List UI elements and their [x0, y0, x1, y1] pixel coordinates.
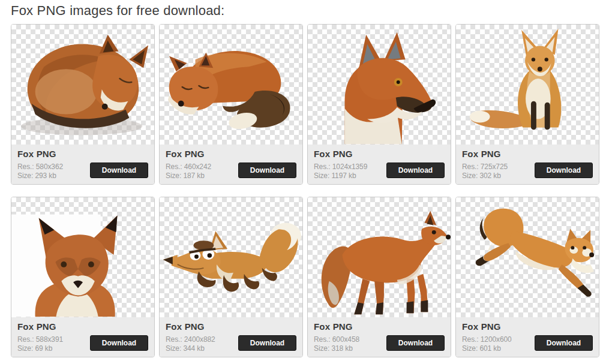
card-title: Fox PNG — [17, 149, 148, 159]
image-card: Fox PNG Res.: 725x725 Size: 302 kb Downl… — [455, 24, 599, 185]
card-title: Fox PNG — [166, 149, 296, 159]
image-card: Fox PNG Res.: 580x362 Size: 293 kb Downl… — [11, 24, 155, 185]
image-card: Fox PNG Res.: 460x242 Size: 187 kb Downl… — [159, 24, 303, 185]
card-footer: Fox PNG Res.: 2400x882 Size: 344 kb Down… — [160, 317, 302, 357]
download-button[interactable]: Download — [238, 163, 296, 178]
fox-image[interactable] — [160, 25, 302, 145]
download-button[interactable]: Download — [386, 335, 445, 351]
fox-image[interactable] — [456, 25, 599, 145]
download-button[interactable]: Download — [238, 335, 296, 351]
card-title: Fox PNG — [314, 321, 445, 332]
image-card: Fox PNG Res.: 600x458 Size: 318 kb Downl… — [307, 197, 451, 357]
fox-image[interactable] — [160, 197, 302, 317]
fox-image[interactable] — [308, 197, 451, 317]
image-card: Fox PNG Res.: 1024x1359 Size: 1197 kb Do… — [307, 24, 451, 185]
card-footer: Fox PNG Res.: 600x458 Size: 318 kb Downl… — [308, 317, 451, 357]
fox-image[interactable] — [11, 197, 154, 317]
card-footer: Fox PNG Res.: 1200x600 Size: 601 kb Down… — [456, 317, 599, 357]
image-card: Fox PNG Res.: 588x391 Size: 69 kb Downlo… — [11, 197, 155, 357]
card-title: Fox PNG — [17, 321, 148, 332]
download-button[interactable]: Download — [90, 163, 148, 178]
image-card: Fox PNG Res.: 2400x882 Size: 344 kb Down… — [159, 197, 303, 357]
download-button[interactable]: Download — [535, 335, 593, 351]
fox-image[interactable] — [11, 25, 154, 145]
card-title: Fox PNG — [314, 149, 445, 159]
card-footer: Fox PNG Res.: 725x725 Size: 302 kb Downl… — [456, 145, 599, 185]
card-footer: Fox PNG Res.: 580x362 Size: 293 kb Downl… — [11, 145, 154, 185]
card-title: Fox PNG — [462, 321, 593, 332]
image-grid: Fox PNG Res.: 580x362 Size: 293 kb Downl… — [11, 24, 612, 357]
card-title: Fox PNG — [166, 321, 296, 332]
page-title: Fox PNG images for free download: — [11, 3, 612, 19]
download-button[interactable]: Download — [535, 163, 593, 178]
image-card: Fox PNG Res.: 1200x600 Size: 601 kb Down… — [455, 197, 599, 357]
card-title: Fox PNG — [462, 149, 593, 159]
download-button[interactable]: Download — [90, 335, 148, 351]
fox-image[interactable] — [308, 25, 451, 145]
card-footer: Fox PNG Res.: 460x242 Size: 187 kb Downl… — [160, 145, 302, 185]
download-button[interactable]: Download — [386, 163, 445, 178]
card-footer: Fox PNG Res.: 1024x1359 Size: 1197 kb Do… — [308, 145, 451, 185]
card-footer: Fox PNG Res.: 588x391 Size: 69 kb Downlo… — [11, 317, 154, 357]
fox-image[interactable] — [456, 197, 599, 317]
